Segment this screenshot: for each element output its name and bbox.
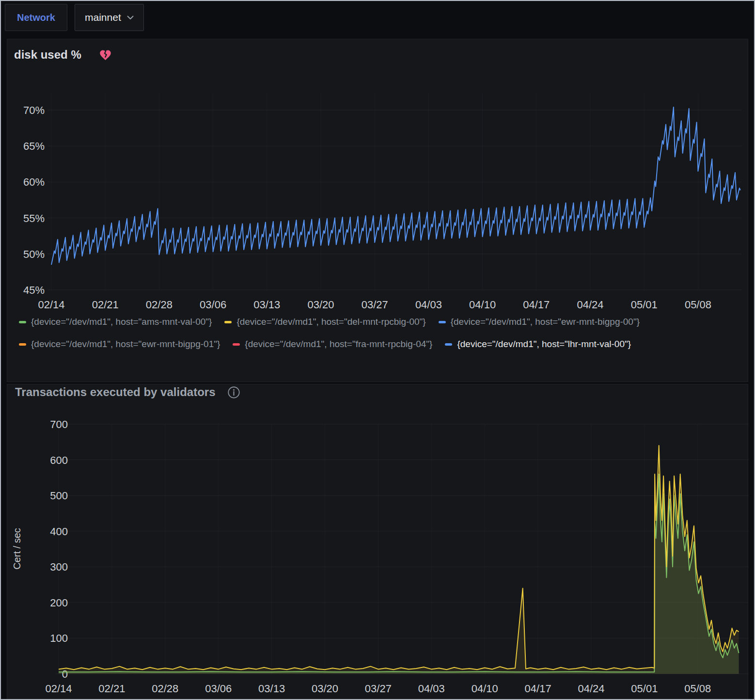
- legend-swatch: [439, 321, 446, 323]
- y-tick-label: 100: [50, 632, 68, 644]
- broken-heart-alert-icon: [99, 48, 112, 62]
- x-tick-label: 05/08: [685, 299, 711, 311]
- x-tick-label: 02/21: [92, 299, 119, 311]
- y-tick-label: 500: [50, 490, 68, 502]
- x-tick-label: 02/14: [45, 683, 72, 695]
- x-tick-label: 03/27: [365, 683, 392, 695]
- panel-title-disk-used[interactable]: disk used %: [14, 48, 81, 62]
- x-tick-label: 04/03: [418, 683, 445, 695]
- x-tick-label: 05/01: [631, 683, 658, 695]
- x-tick-label: 04/10: [469, 299, 496, 311]
- x-tick-label: 03/06: [200, 299, 226, 311]
- legend-item[interactable]: {device="/dev/md1", host="fra-mnt-rpcbig…: [233, 337, 432, 351]
- disk-used-series-line: [51, 107, 740, 265]
- tx-chart-grid: [56, 424, 749, 674]
- y-tick-label: 65%: [23, 140, 45, 152]
- x-tick-label: 03/20: [312, 683, 338, 695]
- y-tick-label: 70%: [23, 104, 45, 116]
- x-tick-label: 02/14: [38, 299, 64, 311]
- legend-label: {device="/dev/md1", host="fra-mnt-rpcbig…: [245, 339, 432, 350]
- x-tick-label: 03/27: [362, 299, 388, 311]
- y-tick-label: 55%: [23, 212, 45, 224]
- legend-swatch: [233, 343, 240, 346]
- legend-label: {device="/dev/md1", host="ewr-mnt-bigpg-…: [31, 339, 220, 350]
- legend-item[interactable]: {device="/dev/md1", host="lhr-mnt-val-00…: [445, 337, 631, 351]
- legend-label: {device="/dev/md1", host="ewr-mnt-bigpg-…: [451, 317, 640, 327]
- transactions-chart[interactable]: 010020030040050060070002/1402/2102/2803/…: [0, 417, 755, 700]
- x-tick-label: 03/13: [258, 683, 285, 695]
- network-variable-label: Network: [17, 12, 55, 23]
- y-axis-label: Cert / sec: [12, 528, 22, 570]
- x-tick-label: 04/24: [577, 299, 603, 311]
- y-tick-label: 45%: [23, 284, 45, 296]
- x-tick-label: 02/28: [146, 299, 173, 311]
- x-tick-label: 04/24: [578, 683, 604, 695]
- validators-green-fill: [59, 474, 739, 674]
- panel-transactions-header: Transactions executed by validators: [15, 385, 240, 399]
- x-tick-label: 02/28: [152, 683, 178, 695]
- x-tick-label: 05/01: [631, 299, 658, 311]
- network-variable-value[interactable]: mainnet: [85, 12, 121, 23]
- network-variable-label-box: Network: [5, 4, 67, 31]
- y-tick-label: 60%: [23, 176, 45, 188]
- legend-item[interactable]: {device="/dev/md1", host="ewr-mnt-bigpg-…: [19, 337, 220, 351]
- x-tick-label: 05/08: [684, 683, 711, 695]
- legend-swatch: [445, 343, 452, 346]
- y-tick-label: 50%: [23, 248, 45, 260]
- disk-used-chart[interactable]: 45%50%55%60%65%70%02/1402/2102/2803/0603…: [0, 87, 755, 315]
- y-tick-label: 400: [50, 525, 68, 538]
- legend-swatch: [19, 343, 26, 346]
- panel-title-transactions[interactable]: Transactions executed by validators: [15, 385, 216, 399]
- validators-yellow-line: [59, 445, 739, 669]
- legend-item[interactable]: {device="/dev/md1", host="del-mnt-rpcbig…: [224, 315, 425, 329]
- legend-label: {device="/dev/md1", host="del-mnt-rpcbig…: [236, 317, 425, 327]
- x-tick-label: 04/03: [415, 299, 442, 311]
- info-icon[interactable]: [227, 386, 240, 399]
- validators-green-line: [59, 474, 739, 672]
- validators-yellow-fill: [59, 445, 739, 674]
- x-tick-label: 04/17: [525, 683, 551, 695]
- chevron-down-icon: [127, 16, 134, 20]
- x-tick-label: 03/13: [253, 299, 280, 311]
- y-tick-label: 600: [50, 454, 68, 466]
- y-tick-label: 700: [50, 418, 68, 430]
- y-tick-label: 200: [50, 597, 68, 609]
- disk-chart-grid: [47, 93, 741, 290]
- x-tick-label: 04/17: [523, 299, 550, 311]
- network-variable-dropdown[interactable]: mainnet: [75, 4, 144, 31]
- legend: {device="/dev/md1", host="ams-mnt-val-00…: [19, 315, 736, 351]
- legend-label: {device="/dev/md1", host="lhr-mnt-val-00…: [457, 339, 631, 350]
- x-tick-label: 03/20: [307, 299, 334, 311]
- legend-swatch: [224, 321, 232, 323]
- x-tick-label: 04/10: [472, 683, 498, 695]
- legend-swatch: [19, 321, 26, 323]
- legend-label: {device="/dev/md1", host="ams-mnt-val-00…: [31, 317, 212, 327]
- x-tick-label: 03/06: [205, 683, 232, 695]
- panel-disk-used-header: disk used %: [14, 48, 112, 62]
- y-tick-label: 300: [50, 561, 68, 573]
- legend-item[interactable]: {device="/dev/md1", host="ams-mnt-val-00…: [19, 315, 212, 329]
- legend-item[interactable]: {device="/dev/md1", host="ewr-mnt-bigpg-…: [439, 315, 640, 329]
- x-tick-label: 02/21: [98, 683, 125, 695]
